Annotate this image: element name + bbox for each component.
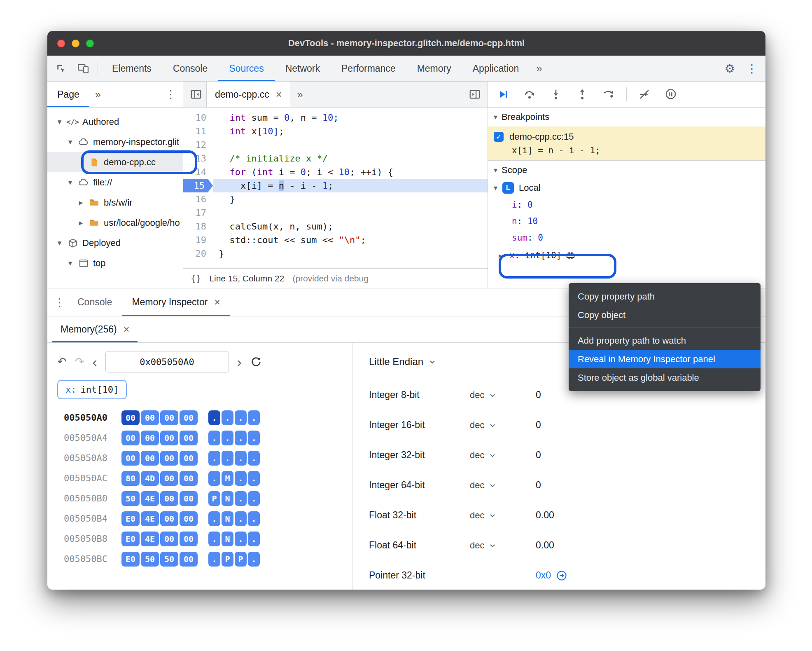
chevron-down-icon[interactable]: ▾ xyxy=(54,238,65,248)
line-number-11[interactable]: 11 xyxy=(183,124,213,138)
tab-performance[interactable]: Performance xyxy=(331,56,406,81)
chevron-down-icon[interactable]: ▾ xyxy=(65,178,76,187)
ascii-byte[interactable]: . xyxy=(208,431,220,445)
hex-byte[interactable]: 00 xyxy=(180,552,198,567)
step-over-icon[interactable] xyxy=(518,85,541,104)
ascii-byte[interactable]: N xyxy=(222,532,233,546)
scope-variable-n[interactable]: n: 10 xyxy=(488,213,765,229)
tab-application[interactable]: Application xyxy=(462,56,530,81)
more-panels-icon[interactable]: » xyxy=(530,56,548,81)
breakpoint-checkbox[interactable]: ✓ xyxy=(494,132,504,142)
ascii-byte[interactable]: . xyxy=(208,552,220,567)
line-number-13[interactable]: 13 xyxy=(183,152,213,165)
scope-section-header[interactable]: ▾ Scope xyxy=(488,160,765,179)
line-number-18[interactable]: 18 xyxy=(183,220,213,233)
ascii-byte[interactable]: . xyxy=(208,451,220,466)
hex-byte[interactable]: 00 xyxy=(160,491,178,506)
ascii-byte[interactable]: . xyxy=(248,552,260,567)
hex-byte[interactable]: 00 xyxy=(180,431,198,445)
hex-byte[interactable]: E0 xyxy=(121,532,140,546)
menu-item-reveal-in-memory-inspector-panel[interactable]: Reveal in Memory Inspector panel xyxy=(569,350,761,368)
chevron-down-icon[interactable]: ▾ xyxy=(65,137,76,147)
line-number-15[interactable]: 15 xyxy=(183,179,213,192)
scope-variable-i[interactable]: i: 0 xyxy=(488,197,765,213)
ascii-byte[interactable]: . xyxy=(208,511,220,526)
settings-gear-icon[interactable]: ⚙ xyxy=(719,56,741,81)
hex-byte[interactable]: 00 xyxy=(141,431,159,445)
ascii-byte[interactable]: P xyxy=(208,491,220,506)
ascii-byte[interactable]: . xyxy=(248,471,260,486)
code-text[interactable]: std::cout << sum << "\n"; xyxy=(213,233,488,247)
tab-memory[interactable]: Memory xyxy=(406,56,462,81)
line-number-20[interactable]: 20 xyxy=(183,247,213,260)
devtools-menu-kebab-icon[interactable]: ⋮ xyxy=(741,56,763,81)
ascii-byte[interactable]: . xyxy=(235,451,247,466)
line-number-12[interactable]: 12 xyxy=(183,138,213,152)
hex-byte[interactable]: 00 xyxy=(180,491,198,506)
step-icon[interactable] xyxy=(597,85,621,104)
pretty-print-icon[interactable]: {} xyxy=(191,274,201,283)
tab-memory-inspector[interactable]: Memory Inspector × xyxy=(122,288,230,316)
hex-byte[interactable]: 50 xyxy=(141,552,159,567)
ascii-byte[interactable]: . xyxy=(248,410,260,425)
jump-to-pointer-icon[interactable] xyxy=(556,570,567,581)
sidebar-item-b-s-w-ir[interactable]: ▸b/s/w/ir xyxy=(47,192,183,213)
menu-item-add-property-path-to-watch[interactable]: Add property path to watch xyxy=(569,331,761,350)
ascii-byte[interactable]: . xyxy=(235,532,247,546)
ascii-byte[interactable]: N xyxy=(222,511,233,526)
ascii-byte[interactable]: . xyxy=(235,491,247,506)
hex-byte[interactable]: 00 xyxy=(121,451,140,466)
ascii-byte[interactable]: M xyxy=(222,471,233,486)
code-text[interactable]: } xyxy=(213,192,488,206)
chevron-down-icon[interactable]: ▾ xyxy=(54,117,65,126)
hex-byte[interactable]: 00 xyxy=(141,451,159,466)
toggle-debugger-sidebar-icon[interactable] xyxy=(469,88,481,101)
hex-byte[interactable]: 00 xyxy=(180,410,198,425)
sidebar-item-authored[interactable]: ▾</>Authored xyxy=(47,112,183,132)
hex-byte[interactable]: 00 xyxy=(160,431,178,445)
undo-icon[interactable]: ↶ xyxy=(57,355,67,368)
code-text[interactable]: calcSum(x, n, sum); xyxy=(213,220,488,233)
tab-console[interactable]: Console xyxy=(162,56,218,81)
hex-byte[interactable]: 80 xyxy=(121,471,140,486)
step-out-icon[interactable] xyxy=(570,85,594,104)
hex-byte[interactable]: 00 xyxy=(160,451,178,466)
chevron-down-icon[interactable]: ▾ xyxy=(65,258,76,268)
menu-item-copy-property-path[interactable]: Copy property path xyxy=(569,287,761,306)
redo-icon[interactable]: ↷ xyxy=(75,355,84,368)
hex-byte[interactable]: 00 xyxy=(121,431,140,445)
line-number-10[interactable]: 10 xyxy=(183,111,213,124)
scope-variable-sum[interactable]: sum: 0 xyxy=(488,229,765,246)
hex-byte[interactable]: 00 xyxy=(121,410,140,425)
ascii-byte[interactable]: . xyxy=(222,410,233,425)
next-page-icon[interactable]: › xyxy=(237,355,242,369)
pause-on-exceptions-icon[interactable] xyxy=(659,85,683,104)
device-toolbar-icon[interactable] xyxy=(72,56,94,81)
chevron-right-icon[interactable]: ▸ xyxy=(499,251,509,260)
tab-sources[interactable]: Sources xyxy=(218,56,274,81)
resume-script-icon[interactable] xyxy=(491,85,515,104)
ascii-byte[interactable]: . xyxy=(235,471,247,486)
highlighted-memory-tag[interactable]: x: int[10] xyxy=(57,380,127,399)
toggle-navigator-sidebar-icon[interactable] xyxy=(190,88,202,101)
format-select-float-64-bit[interactable]: dec xyxy=(470,540,536,551)
memory-address-input[interactable] xyxy=(105,351,229,372)
code-text[interactable]: /* initialize x */ xyxy=(213,152,488,165)
format-select-integer-64-bit[interactable]: dec xyxy=(470,480,536,491)
line-number-14[interactable]: 14 xyxy=(183,165,213,179)
code-text[interactable] xyxy=(213,206,488,220)
more-editor-tabs-icon[interactable]: » xyxy=(290,88,309,101)
ascii-byte[interactable]: . xyxy=(248,491,260,506)
format-select-integer-16-bit[interactable]: dec xyxy=(470,420,536,431)
hex-byte[interactable]: 00 xyxy=(180,511,198,526)
hex-byte[interactable]: 4E xyxy=(141,491,159,506)
ascii-byte[interactable]: . xyxy=(248,511,260,526)
ascii-byte[interactable]: . xyxy=(248,532,260,546)
line-number-16[interactable]: 16 xyxy=(183,192,213,206)
hex-byte[interactable]: 00 xyxy=(160,511,178,526)
hex-byte[interactable]: E0 xyxy=(121,511,140,526)
sidebar-item-deployed[interactable]: ▾Deployed xyxy=(47,233,183,253)
code-text[interactable]: for (int i = 0; i < 10; ++i) { xyxy=(213,165,488,179)
ascii-byte[interactable]: . xyxy=(248,431,260,445)
ascii-byte[interactable]: . xyxy=(208,532,220,546)
